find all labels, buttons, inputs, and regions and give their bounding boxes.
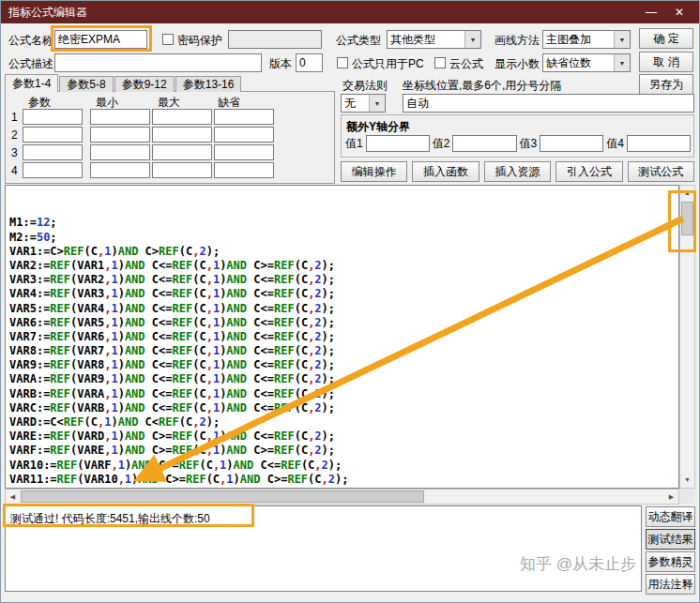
scroll-up-icon[interactable]: ▲	[680, 186, 694, 201]
close-icon[interactable]: ✕	[665, 1, 693, 23]
scroll-left-icon[interactable]: ◀	[6, 490, 20, 505]
param-row-number-3: 3	[11, 146, 18, 159]
chevron-down-icon[interactable]: ▼	[464, 31, 480, 48]
param-input-r4c4[interactable]	[214, 162, 274, 178]
window-title: 指标公式编辑器	[8, 5, 637, 21]
code-line-12: VARA:=REF(VAR9,1)AND C<=REF(C,1)AND C<=R…	[9, 372, 675, 386]
param-input-r4c1[interactable]	[23, 162, 83, 178]
param-row-number-2: 2	[11, 128, 18, 142]
coord-line-input[interactable]	[403, 94, 694, 113]
param-input-r1c1[interactable]	[23, 109, 83, 125]
usage-notes-button[interactable]: 用法注释	[646, 574, 695, 595]
y-value-label-4: 值4	[606, 136, 624, 152]
code-line-14: VARC:=REF(VARB,1)AND C<=REF(C,1)AND C<=R…	[9, 401, 675, 415]
param-panel: 参数最小最大缺省 1234	[5, 91, 335, 184]
trade-rule-value: 无	[342, 95, 369, 112]
param-input-r2c1[interactable]	[23, 127, 83, 143]
dynamic-translate-button[interactable]: 动态翻译	[646, 506, 695, 527]
param-input-r3c3[interactable]	[152, 144, 212, 160]
cloud-formula-checkbox[interactable]	[434, 57, 446, 68]
code-editor[interactable]: M1:=12;M2:=50;VAR1:=C>REF(C,1)AND C>REF(…	[5, 185, 679, 489]
param-input-r4c3[interactable]	[152, 162, 212, 178]
code-line-11: VAR9:=REF(VAR8,1)AND C<=REF(C,1)AND C<=R…	[9, 358, 675, 372]
y-values-row: 值1值2值3值4	[345, 135, 691, 152]
chevron-down-icon[interactable]: ▼	[614, 54, 630, 71]
minimize-icon[interactable]: —	[637, 1, 665, 23]
chevron-down-icon[interactable]: ▼	[369, 95, 385, 112]
y-value-input-1[interactable]	[366, 135, 430, 152]
formula-type-select[interactable]: 其他类型 ▼	[387, 30, 481, 49]
param-input-r4c2[interactable]	[90, 162, 150, 178]
password-protect-checkbox[interactable]	[162, 34, 174, 45]
param-input-r1c3[interactable]	[152, 109, 212, 125]
param-input-r1c4[interactable]	[214, 109, 274, 125]
formula-desc-input[interactable]	[54, 53, 262, 72]
y-value-input-2[interactable]	[452, 135, 516, 152]
insert-resource-button[interactable]: 插入资源	[484, 161, 551, 182]
code-line-9: VAR7:=REF(VAR6,1)AND C<=REF(C,1)AND C<=R…	[9, 330, 675, 344]
trade-rule-select[interactable]: 无 ▼	[341, 94, 386, 113]
chevron-down-icon[interactable]: ▼	[614, 31, 630, 48]
param-input-r3c4[interactable]	[214, 144, 274, 160]
scroll-right-icon[interactable]: ▶	[664, 490, 678, 505]
y-value-label-2: 值2	[433, 136, 450, 152]
watermark: 知乎 @从未止步	[520, 553, 636, 575]
draw-method-label: 画线方法	[495, 34, 540, 47]
draw-method-select[interactable]: 主图叠加 ▼	[542, 30, 631, 49]
vertical-scrollbar[interactable]: ▲ ▼	[679, 185, 695, 489]
param-input-r2c2[interactable]	[90, 127, 150, 143]
import-formula-button[interactable]: 引入公式	[555, 161, 622, 182]
test-result-button[interactable]: 测试结果	[646, 529, 695, 550]
side-buttons: 动态翻译测试结果参数精灵用法注释	[646, 506, 695, 595]
decimal-value: 缺省位数	[543, 54, 614, 71]
tab-params-1-4[interactable]: 参数1-4	[5, 74, 58, 92]
coord-hint-label: 坐标线位置,最多6个,用分号分隔	[403, 79, 561, 92]
password-protect-label: 密码保护	[177, 34, 222, 47]
decimal-label: 显示小数	[495, 57, 540, 70]
param-wizard-button[interactable]: 参数精灵	[646, 551, 695, 572]
horizontal-scrollbar[interactable]: ◀ ▶	[5, 489, 679, 505]
code-line-1: M1:=12;	[9, 216, 675, 230]
param-input-r2c4[interactable]	[214, 127, 274, 143]
formula-name-input[interactable]	[54, 30, 147, 49]
code-line-3: VAR1:=C>REF(C,1)AND C>REF(C,2);	[9, 245, 675, 259]
cloud-formula-label: 云公式	[449, 57, 483, 70]
decimal-select[interactable]: 缺省位数 ▼	[542, 53, 631, 72]
code-line-6: VAR4:=REF(VAR3,1)AND C<=REF(C,1)AND C<=R…	[9, 287, 675, 301]
save-as-button[interactable]: 另存为	[639, 74, 693, 95]
y-value-input-4[interactable]	[627, 135, 691, 152]
param-input-r3c2[interactable]	[90, 144, 150, 160]
horizontal-scroll-thumb[interactable]	[21, 490, 424, 503]
formula-type-value: 其他类型	[388, 31, 464, 48]
vertical-scroll-thumb[interactable]	[681, 202, 693, 235]
code-line-16: VARE:=REF(VARD,1)AND C>=REF(C,1)AND C<=R…	[9, 430, 675, 444]
y-value-input-3[interactable]	[540, 135, 603, 152]
code-line-18: VAR10:=REF(VARF,1)AND C>=REF(C,1)AND C<=…	[9, 459, 675, 473]
param-tabs: 参数1-4参数5-8参数9-12参数13-16	[5, 74, 242, 92]
code-line-13: VARB:=REF(VARA,1)AND C<=REF(C,1)AND C<=R…	[9, 387, 675, 401]
code-line-5: VAR3:=REF(VAR2,1)AND C<=REF(C,1)AND C<=R…	[9, 273, 675, 287]
scroll-down-icon[interactable]: ▼	[680, 473, 694, 488]
tab-params-5-8[interactable]: 参数5-8	[59, 76, 113, 92]
param-input-r3c1[interactable]	[23, 144, 83, 160]
param-input-r2c3[interactable]	[152, 127, 212, 143]
y-value-label-3: 值3	[520, 136, 538, 152]
formula-editor-window: 指标公式编辑器 — ✕ 公式名称 密码保护 公式类型 其他类型 ▼ 画线方法 主…	[0, 0, 700, 603]
tab-params-9-12[interactable]: 参数9-12	[114, 76, 175, 92]
code-line-19: VAR11:=REF(VAR10,1)AND C>=REF(C,1)AND C>…	[9, 473, 675, 487]
cancel-button[interactable]: 取 消	[639, 52, 693, 72]
extra-y-axis-label: 额外Y轴分界	[346, 119, 410, 135]
edit-operations-button[interactable]: 编辑操作	[341, 161, 407, 182]
ok-button[interactable]: 确 定	[639, 28, 693, 49]
version-input[interactable]	[296, 53, 323, 72]
test-formula-button[interactable]: 测试公式	[628, 161, 694, 182]
trade-rules-label: 交易法则	[342, 79, 388, 92]
insert-function-button[interactable]: 插入函数	[412, 161, 479, 182]
param-input-r1c2[interactable]	[90, 109, 150, 125]
tab-params-13-16[interactable]: 参数13-16	[175, 76, 242, 92]
draw-method-value: 主图叠加	[543, 31, 614, 48]
pc-only-label: 公式只用于PC	[352, 57, 424, 70]
test-result-message: 测试通过! 代码长度:5451,输出线个数:50	[10, 511, 210, 527]
test-result-panel: 测试通过! 代码长度:5451,输出线个数:50 知乎 @从未止步	[5, 505, 642, 592]
pc-only-checkbox[interactable]	[337, 57, 348, 68]
